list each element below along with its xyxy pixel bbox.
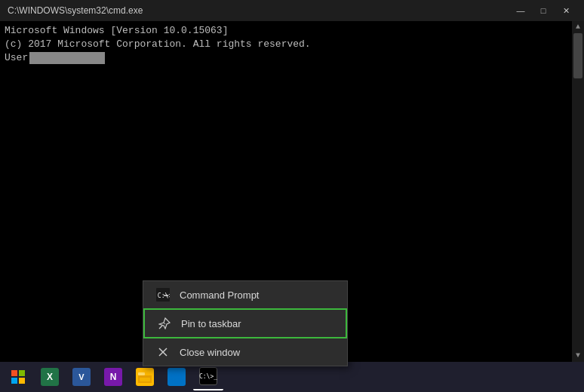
ctx-close-window[interactable]: Close window	[143, 338, 347, 366]
cmd-cursor	[29, 52, 105, 64]
scroll-up-arrow[interactable]: ▲	[572, 21, 584, 32]
cmd-taskbar-button[interactable]: C:\>_	[193, 363, 223, 390]
ctx-pin-taskbar-label: Pin to taskbar	[181, 318, 241, 329]
cmd-scrollbar[interactable]: ▲ ▼	[572, 21, 584, 362]
minimize-button[interactable]: —	[510, 3, 531, 18]
cmd-taskbar-icon: C:\>_	[199, 367, 217, 385]
close-button[interactable]: ✕	[555, 3, 576, 18]
cmd-prompt-line: User	[5, 51, 579, 65]
cmd-titlebar: C:\WINDOWS\system32\cmd.exe — □ ✕	[0, 0, 584, 21]
cmd-line-2: (c) 2017 Microsoft Corporation. All righ…	[5, 38, 579, 51]
excel-icon: X	[41, 368, 59, 386]
cmd-line-1: Microsoft Windows [Version 10.0.15063]	[5, 24, 579, 38]
close-x-icon	[155, 345, 171, 360]
svg-rect-6	[19, 370, 25, 376]
ctx-command-prompt-label: Command Prompt	[180, 289, 259, 301]
start-icon	[9, 368, 27, 386]
context-menu: C:\> Command Prompt Pin to taskbar Close…	[143, 280, 348, 366]
start-button[interactable]	[3, 363, 33, 390]
pin-icon	[157, 316, 172, 331]
ie-icon	[168, 368, 186, 386]
svg-rect-2	[164, 295, 168, 296]
excel-button[interactable]: X	[35, 363, 65, 390]
maximize-button[interactable]: □	[533, 3, 554, 18]
ctx-close-window-label: Close window	[180, 347, 240, 358]
visio-button[interactable]: V	[66, 363, 97, 390]
onenote-button[interactable]: N	[98, 363, 128, 390]
scroll-down-arrow[interactable]: ▼	[572, 350, 584, 360]
cmd-title: C:\WINDOWS\system32\cmd.exe	[8, 5, 510, 16]
cmd-prompt-text: User	[5, 51, 28, 65]
svg-rect-10	[138, 372, 145, 375]
cmd-icon: C:\>	[155, 287, 171, 302]
ctx-command-prompt[interactable]: C:\> Command Prompt	[143, 281, 347, 308]
explorer-icon	[136, 368, 154, 386]
onenote-icon: N	[104, 368, 122, 386]
scrollbar-thumb[interactable]	[573, 33, 582, 78]
svg-rect-12	[140, 378, 150, 381]
svg-rect-5	[11, 370, 17, 376]
explorer-button[interactable]	[130, 363, 160, 390]
taskbar: X V N C:\>_	[0, 362, 584, 392]
ie-button[interactable]	[161, 363, 192, 390]
svg-rect-7	[11, 378, 17, 384]
window-controls: — □ ✕	[510, 3, 576, 18]
svg-rect-8	[19, 378, 25, 384]
visio-icon: V	[72, 368, 91, 386]
ctx-pin-taskbar[interactable]: Pin to taskbar	[143, 308, 347, 338]
